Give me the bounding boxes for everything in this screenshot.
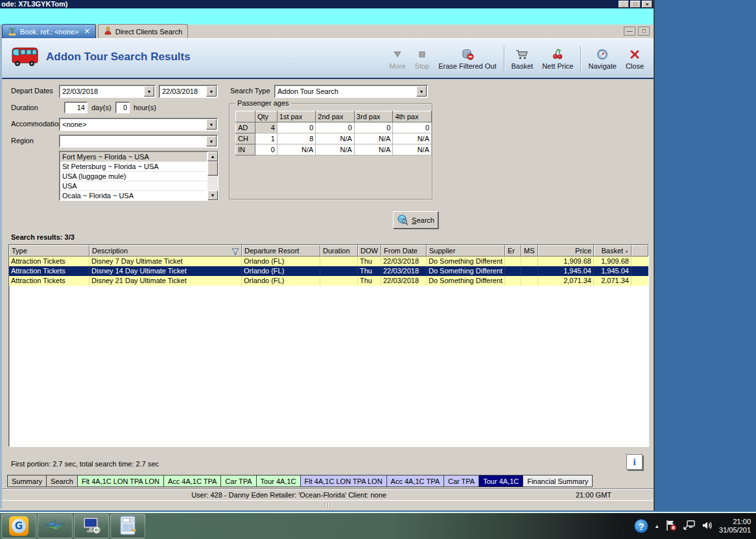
results-column-header[interactable]: Er: [505, 245, 521, 257]
passenger-ages-table[interactable]: Qty1st pax2nd pax3rd pax4th paxAD40000CH…: [235, 111, 432, 155]
results-row[interactable]: Attraction TicketsDisney 7 Day Ultimate …: [9, 257, 648, 266]
help-icon[interactable]: ?: [634, 519, 648, 533]
results-table[interactable]: TypeDescriptionDeparture ResortDurationD…: [8, 244, 649, 447]
toolbar-button-basket[interactable]: Basket: [507, 47, 538, 71]
bottom-tab-summary[interactable]: Summary: [7, 475, 47, 487]
filter-funnel-icon[interactable]: [231, 247, 239, 257]
action-center-flag-icon[interactable]: [665, 520, 677, 533]
region-list-item[interactable]: Fort Myers ~ Florida ~ USA: [60, 152, 207, 162]
pax-cell[interactable]: N/A: [354, 144, 393, 155]
results-column-header[interactable]: MS: [521, 245, 538, 257]
info-button[interactable]: i: [626, 454, 643, 470]
taskbar-clock[interactable]: 21:00 31/05/201: [719, 518, 753, 534]
pax-cell[interactable]: 0: [255, 144, 277, 155]
bottom-tab-tour-4a-1c[interactable]: Tour 4A,1C: [257, 475, 301, 487]
search-type-combo[interactable]: Addon Tour Search ▼: [274, 85, 428, 98]
results-column-header[interactable]: Supplier: [427, 245, 505, 257]
pax-cell[interactable]: N/A: [354, 133, 393, 144]
chevron-down-icon[interactable]: ▼: [206, 136, 217, 146]
results-column-header[interactable]: Departure Resort: [242, 245, 320, 257]
pax-cell[interactable]: 0: [316, 122, 355, 133]
region-list-item[interactable]: St Petersburg ~ Florida ~ USA: [60, 162, 207, 172]
results-column-header[interactable]: Type: [9, 245, 89, 257]
region-list-item[interactable]: Ocala ~ Florida ~ USA: [60, 191, 207, 200]
region-list-item[interactable]: USA: [60, 181, 207, 191]
results-cell: 2,071.34: [538, 276, 594, 286]
tab-close-icon[interactable]: ✕: [84, 27, 90, 36]
taskbar-app-calculator[interactable]: 0: [110, 514, 145, 538]
results-column-header[interactable]: From Date: [381, 245, 427, 257]
pax-cell[interactable]: 8: [277, 133, 316, 144]
document-tabbar: Book. ref.: <none> ✕ Direct Clients Sear…: [2, 25, 654, 39]
toolbar-button-close[interactable]: Close: [621, 47, 648, 71]
pax-cell[interactable]: 4: [255, 122, 277, 133]
pax-cell[interactable]: N/A: [316, 144, 355, 155]
speaker-icon[interactable]: [702, 520, 713, 532]
duration-days-input[interactable]: 14: [64, 102, 88, 113]
pax-cell[interactable]: N/A: [277, 144, 316, 155]
chevron-down-icon[interactable]: ▼: [144, 86, 154, 97]
taskbar-app-remote-desktop[interactable]: [74, 514, 109, 538]
bottom-tab-search[interactable]: Search: [47, 475, 78, 487]
region-combo[interactable]: ▼: [59, 135, 218, 148]
palm-icon: [8, 27, 17, 37]
mdi-minimize-button[interactable]: —: [624, 27, 635, 36]
bottom-tab-flt-4a-1c-lon-tpa-lon[interactable]: Flt 4A,1C LON TPA LON: [301, 475, 387, 487]
duration-hours-input[interactable]: 0: [115, 102, 130, 113]
bottom-tab-car-tpa[interactable]: Car TPA: [221, 475, 256, 487]
scroll-thumb[interactable]: [207, 161, 218, 176]
region-scrollbar[interactable]: ▲ ▼: [207, 152, 218, 200]
pax-cell[interactable]: N/A: [316, 133, 355, 144]
pax-cell[interactable]: 1: [255, 133, 277, 144]
search-button[interactable]: Search: [393, 211, 438, 229]
tray-expand-icon[interactable]: ▲: [654, 523, 659, 529]
results-column-header[interactable]: Basket▼: [594, 245, 632, 257]
toolbar-button-navigate[interactable]: Navigate: [584, 47, 620, 71]
network-icon[interactable]: [683, 520, 696, 532]
bottom-tab-car-tpa[interactable]: Car TPA: [444, 475, 479, 487]
taskbar-app-swoosh[interactable]: [38, 514, 73, 538]
results-column-header[interactable]: Price: [538, 245, 594, 257]
region-list-item[interactable]: USA (luggage mule): [60, 172, 207, 181]
minimize-button[interactable]: _: [619, 1, 629, 8]
depart-date-from-combo[interactable]: 22/03/2018 ▼: [59, 85, 156, 98]
pax-cell[interactable]: 0: [393, 122, 432, 133]
bottom-tab-financial-summary[interactable]: Financial Summary: [523, 475, 593, 487]
chevron-down-icon[interactable]: ▼: [206, 119, 217, 130]
results-cell: Do Something Different: [427, 257, 505, 266]
depart-date-to-combo[interactable]: 22/03/2018 ▼: [159, 85, 218, 98]
chevron-down-icon[interactable]: ▼: [416, 86, 427, 97]
more-icon: [393, 49, 402, 60]
remote-desktop-window: ode: X7L3GYKTom) _ □ × Book. ref.: <none…: [0, 0, 655, 510]
taskbar-app-g[interactable]: G: [1, 514, 36, 538]
results-column-header[interactable]: Duration: [320, 245, 358, 257]
mdi-restore-button[interactable]: □: [638, 27, 650, 36]
scroll-down-icon[interactable]: ▼: [207, 190, 218, 200]
resize-grip[interactable]: [2, 500, 654, 509]
maximize-button[interactable]: □: [630, 1, 641, 8]
toolbar-button-erase-filtered-out[interactable]: Erase Filtered Out: [434, 47, 501, 71]
remote-session-band: [0, 8, 654, 25]
close-window-button[interactable]: ×: [642, 1, 652, 8]
tab-direct-clients-search[interactable]: Direct Clients Search: [98, 24, 188, 38]
chevron-down-icon[interactable]: ▼: [206, 86, 217, 97]
region-listbox[interactable]: Fort Myers ~ Florida ~ USASt Petersburg …: [59, 151, 219, 201]
tab-booking-ref[interactable]: Book. ref.: <none> ✕: [2, 24, 96, 38]
pax-cell[interactable]: 0: [354, 122, 393, 133]
pax-cell[interactable]: 0: [277, 122, 316, 133]
toolbar-button-nett-price[interactable]: Nett Price: [537, 47, 578, 71]
scroll-up-icon[interactable]: ▲: [207, 152, 218, 161]
results-column-header[interactable]: DOW: [358, 245, 381, 257]
bottom-tab-acc-4a-1c-tpa[interactable]: Acc 4A,1C TPA: [387, 475, 444, 487]
pax-cell[interactable]: N/A: [393, 133, 432, 144]
toolbar-button-label: Erase Filtered Out: [438, 62, 496, 70]
results-row[interactable]: Attraction TicketsDisney 21 Day Ultimate…: [9, 276, 648, 286]
results-column-header[interactable]: Description: [89, 245, 242, 257]
bottom-tab-tour-4a-1c[interactable]: Tour 4A,1C: [479, 475, 523, 487]
accommodation-combo[interactable]: <none> ▼: [59, 118, 218, 131]
window-titlebar[interactable]: ode: X7L3GYKTom) _ □ ×: [0, 0, 654, 8]
results-row[interactable]: Attraction TicketsDisney 14 Day Ultimate…: [9, 266, 648, 276]
bottom-tab-flt-4a-1c-lon-tpa-lon[interactable]: Flt 4A,1C LON TPA LON: [78, 475, 164, 487]
bottom-tab-acc-4a-1c-tpa[interactable]: Acc 4A,1C TPA: [164, 475, 221, 487]
pax-cell[interactable]: N/A: [393, 144, 432, 155]
